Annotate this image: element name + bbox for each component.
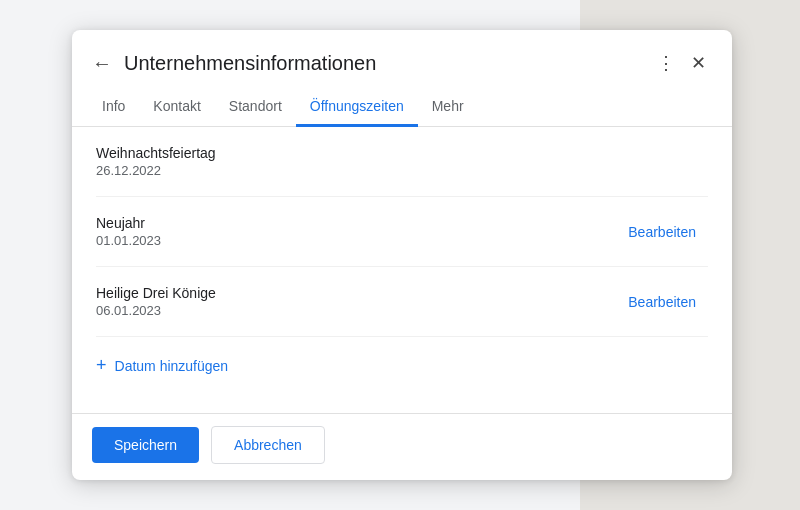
save-button[interactable]: Speichern [92,427,199,463]
more-options-button[interactable]: ⋮ [651,46,681,80]
list-item: Heilige Drei Könige 06.01.2023 Bearbeite… [96,267,708,337]
holiday-info: Neujahr 01.01.2023 [96,215,616,248]
close-icon: ✕ [691,52,706,74]
modal-dialog: ← Unternehmensinformationen ⋮ ✕ Info Kon… [72,30,732,480]
holiday-date: 01.01.2023 [96,233,616,248]
edit-dreikoenige-button[interactable]: Bearbeiten [616,288,708,316]
holiday-name: Neujahr [96,215,616,231]
tab-info[interactable]: Info [88,88,139,127]
list-item: Neujahr 01.01.2023 Bearbeiten [96,197,708,267]
close-button[interactable]: ✕ [685,46,712,80]
modal-title: Unternehmensinformationen [124,52,643,75]
back-button[interactable]: ← [88,48,116,79]
holiday-info: Heilige Drei Könige 06.01.2023 [96,285,616,318]
holiday-name: Heilige Drei Könige [96,285,616,301]
cancel-button[interactable]: Abbrechen [211,426,325,464]
add-date-label: Datum hinzufügen [115,358,229,374]
tab-standort[interactable]: Standort [215,88,296,127]
plus-icon: + [96,355,107,376]
holiday-name: Weihnachtsfeiertag [96,145,708,161]
modal-footer: Speichern Abbrechen [72,413,732,480]
tab-mehr[interactable]: Mehr [418,88,478,127]
modal-content: Weihnachtsfeiertag 26.12.2022 Neujahr 01… [72,127,732,413]
header-actions: ⋮ ✕ [651,46,712,80]
holiday-info: Weihnachtsfeiertag 26.12.2022 [96,145,708,178]
holiday-date: 06.01.2023 [96,303,616,318]
edit-neujahr-button[interactable]: Bearbeiten [616,218,708,246]
add-date-button[interactable]: + Datum hinzufügen [96,337,228,394]
modal-header: ← Unternehmensinformationen ⋮ ✕ [72,30,732,80]
tab-oeffnungszeiten[interactable]: Öffnungszeiten [296,88,418,127]
tab-kontakt[interactable]: Kontakt [139,88,214,127]
back-icon: ← [92,52,112,75]
list-item: Weihnachtsfeiertag 26.12.2022 [96,127,708,197]
holiday-date: 26.12.2022 [96,163,708,178]
tabs-bar: Info Kontakt Standort Öffnungszeiten Meh… [72,88,732,127]
more-icon: ⋮ [657,52,675,74]
